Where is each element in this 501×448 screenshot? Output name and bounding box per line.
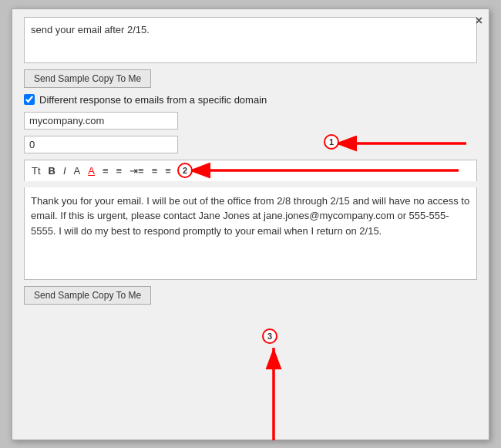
dialog: × send your email after 2/15. Send Sampl… bbox=[12, 8, 489, 440]
domain-checkbox[interactable] bbox=[24, 94, 35, 105]
number-input[interactable] bbox=[24, 136, 178, 153]
close-button[interactable]: × bbox=[476, 14, 483, 28]
checkbox-row: Different response to emails from a spec… bbox=[24, 94, 477, 106]
dialog-content: send your email after 2/15. Send Sample … bbox=[12, 9, 489, 440]
checkbox-label: Different response to emails from a spec… bbox=[39, 94, 267, 106]
scroll-area: send your email after 2/15. bbox=[24, 17, 477, 63]
toolbar-align-right[interactable]: ≡ bbox=[163, 163, 173, 178]
toolbar-indent[interactable]: ⇥≡ bbox=[127, 163, 146, 178]
toolbar-align-left[interactable]: ≡ bbox=[114, 163, 125, 178]
send-sample-top-button[interactable]: Send Sample Copy To Me bbox=[24, 69, 151, 88]
domain-input[interactable] bbox=[24, 112, 178, 130]
toolbar-bullets[interactable]: ≡ bbox=[100, 163, 111, 178]
toolbar-align-center[interactable]: ≡ bbox=[150, 163, 160, 178]
toolbar-tt[interactable]: Tt bbox=[29, 163, 43, 178]
toolbar-link[interactable]: 🔗 bbox=[177, 163, 193, 178]
toolbar-italic[interactable]: I bbox=[61, 163, 69, 178]
editor-area[interactable]: Thank you for your email. I will be out … bbox=[24, 187, 477, 280]
editor-text: Thank you for your email. I will be out … bbox=[31, 195, 469, 237]
toolbar-font[interactable]: A bbox=[72, 163, 83, 178]
editor-toolbar: Tt B I A A ≡ ≡ ⇥≡ ≡ ≡ 🔗 bbox=[24, 160, 477, 181]
toolbar-bold[interactable]: B bbox=[46, 163, 58, 178]
toolbar-highlight[interactable]: A bbox=[86, 163, 97, 178]
scroll-text: send your email after 2/15. bbox=[31, 24, 150, 35]
send-sample-bottom-button[interactable]: Send Sample Copy To Me bbox=[24, 286, 151, 305]
